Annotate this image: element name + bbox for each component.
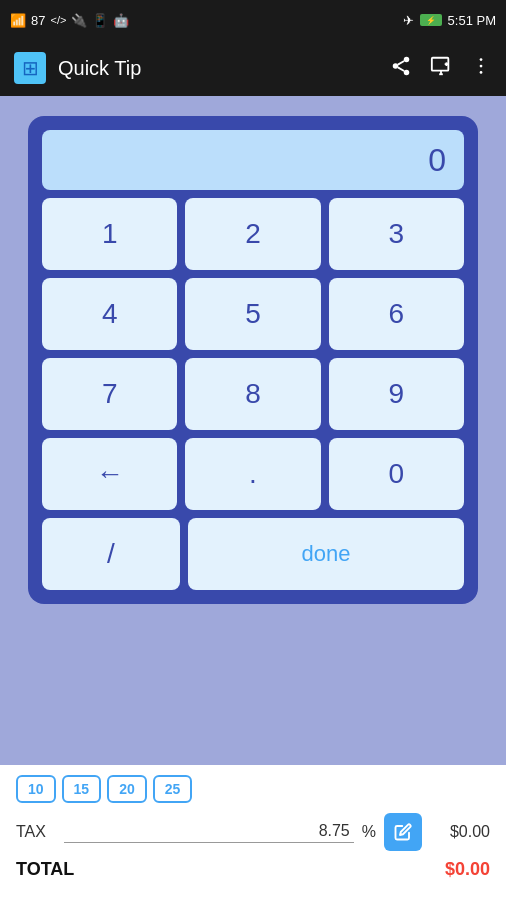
total-label: TOTAL [16,859,74,880]
sim-icon: 📶 [10,13,26,28]
svg-line-3 [398,67,404,71]
key-row-1: 1 2 3 [42,198,464,270]
tax-value: 8.75 [64,822,354,843]
app-actions [390,55,492,82]
tip-10-button[interactable]: 10 [16,775,56,803]
keypad-display: 0 [42,130,464,190]
svg-line-4 [398,60,404,64]
key-4[interactable]: 4 [42,278,177,350]
svg-point-11 [480,64,483,67]
key-8[interactable]: 8 [185,358,320,430]
key-2[interactable]: 2 [185,198,320,270]
key-row-3: 7 8 9 [42,358,464,430]
tip-20-button[interactable]: 20 [107,775,147,803]
keypad-card: 0 1 2 3 4 5 6 7 8 9 ← . [28,116,478,604]
svg-point-2 [404,69,410,75]
main-content: 0 1 2 3 4 5 6 7 8 9 ← . [0,96,506,900]
status-left: 📶 87 </> 🔌 📱 🤖 [10,13,129,28]
key-row-2: 4 5 6 [42,278,464,350]
key-1[interactable]: 1 [42,198,177,270]
key-row-4: ← . 0 [42,438,464,510]
keypad-wrapper: 0 1 2 3 4 5 6 7 8 9 ← . [28,116,478,604]
app-logo: ⊞ [14,52,46,84]
svg-point-1 [393,63,399,69]
key-done[interactable]: done [188,518,464,590]
tax-amount: $0.00 [430,823,490,841]
display-value: 0 [428,142,446,179]
code-icon: </> [50,14,66,26]
svg-point-12 [480,71,483,74]
key-backspace[interactable]: ← [42,438,177,510]
key-0[interactable]: 0 [329,438,464,510]
total-row: TOTAL $0.00 [16,859,490,880]
phone-icon: 📱 [92,13,108,28]
android-icon: 🤖 [113,13,129,28]
svg-point-0 [404,56,410,62]
total-amount: $0.00 [445,859,490,880]
bottom-section: 10 15 20 25 TAX 8.75 % $0.00 TOTAL $0.00 [0,765,506,900]
tax-percent: % [362,823,376,841]
key-9[interactable]: 9 [329,358,464,430]
tax-row: TAX 8.75 % $0.00 [16,813,490,851]
battery-percent: 87 [31,13,45,28]
edit-tax-button[interactable] [384,813,422,851]
tip-15-button[interactable]: 15 [62,775,102,803]
usb-icon: 🔌 [71,13,87,28]
share-icon[interactable] [390,55,412,82]
airplane-icon: ✈ [403,13,414,28]
key-7[interactable]: 7 [42,358,177,430]
app-bar: ⊞ Quick Tip [0,40,506,96]
key-slash[interactable]: / [42,518,180,590]
app-title: Quick Tip [58,57,378,80]
key-3[interactable]: 3 [329,198,464,270]
more-icon[interactable] [470,55,492,82]
status-bar: 📶 87 </> 🔌 📱 🤖 ✈ ⚡ 5:51 PM [0,0,506,40]
key-5[interactable]: 5 [185,278,320,350]
svg-point-10 [480,58,483,61]
key-dot[interactable]: . [185,438,320,510]
tip-buttons-row: 10 15 20 25 [16,775,490,803]
key-row-5: / done [42,518,464,590]
tax-label: TAX [16,823,56,841]
battery-icon: ⚡ [420,14,442,26]
key-6[interactable]: 6 [329,278,464,350]
time-display: 5:51 PM [448,13,496,28]
add-screen-icon[interactable] [430,55,452,82]
tip-25-button[interactable]: 25 [153,775,193,803]
status-right: ✈ ⚡ 5:51 PM [403,13,496,28]
